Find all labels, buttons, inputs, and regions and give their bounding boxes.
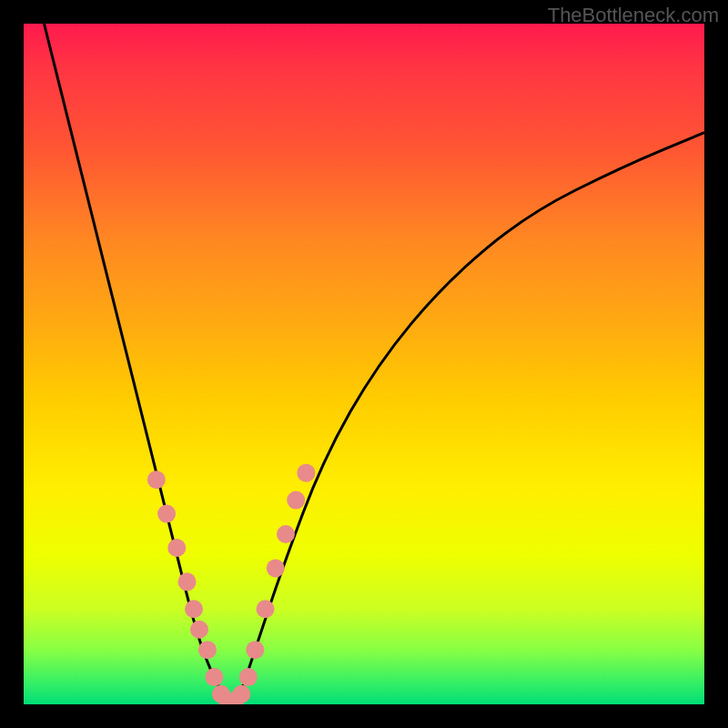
highlight-marker (147, 470, 166, 489)
highlight-marker (287, 491, 305, 510)
highlight-marker (232, 685, 250, 703)
highlight-marker (205, 668, 223, 686)
chart-container: TheBottleneck.com (0, 0, 728, 728)
highlight-marker (257, 600, 275, 618)
bottleneck-curve (44, 24, 704, 704)
highlight-marker (178, 572, 197, 591)
highlight-marker (277, 525, 295, 543)
highlight-marker (246, 641, 264, 659)
highlight-marker (297, 464, 315, 482)
marker-group (147, 464, 316, 704)
curve-svg (24, 24, 704, 704)
highlight-marker (157, 505, 176, 523)
highlight-marker (267, 559, 285, 577)
curve-group (44, 24, 704, 704)
plot-area (24, 24, 704, 704)
highlight-marker (185, 600, 203, 618)
highlight-marker (167, 539, 186, 557)
watermark-text: TheBottleneck.com (548, 4, 719, 27)
highlight-marker (190, 621, 208, 639)
highlight-marker (239, 668, 258, 686)
highlight-marker (198, 641, 217, 659)
